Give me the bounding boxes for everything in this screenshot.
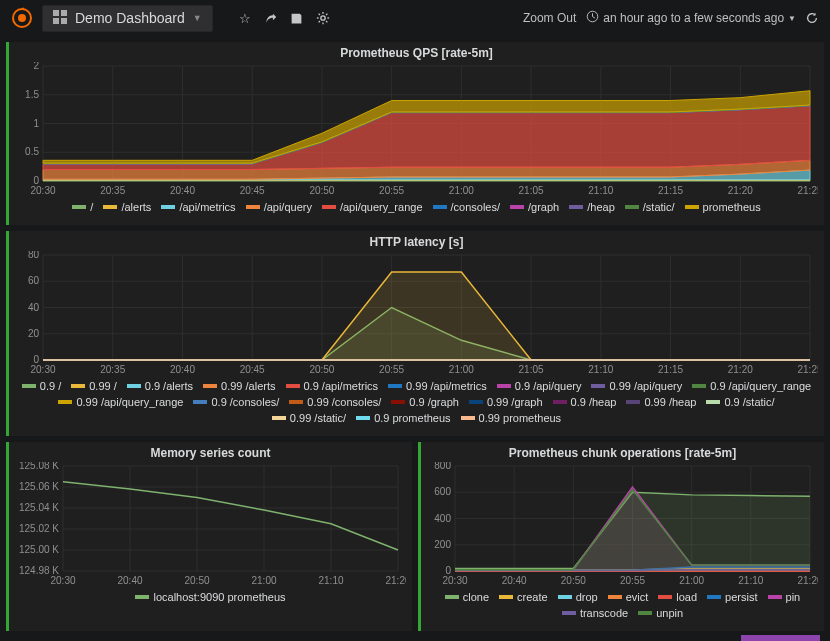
star-icon[interactable]: ☆ [235,8,255,28]
svg-text:20:50: 20:50 [561,575,586,586]
svg-text:21:00: 21:00 [449,185,474,196]
legend-item[interactable]: 0.99 /consoles/ [289,396,381,408]
panel-title: Memory series count [9,442,412,462]
dashboard-picker[interactable]: Demo Dashboard ▼ [42,5,213,32]
legend-item[interactable]: /api/metrics [161,201,235,213]
gear-icon[interactable] [313,8,333,28]
legend-item[interactable]: evict [608,591,649,603]
legend-item[interactable]: /static/ [625,201,675,213]
top-navbar: Demo Dashboard ▼ ☆ Zoom Out an hour ago … [0,0,830,36]
time-range-picker[interactable]: an hour ago to a few seconds ago ▼ [586,10,796,26]
svg-text:20:40: 20:40 [502,575,527,586]
legend-label: 0.9 prometheus [374,412,450,424]
zoom-out-button[interactable]: Zoom Out [523,11,576,25]
svg-text:1.5: 1.5 [25,89,39,100]
legend-item[interactable]: 0.9 prometheus [356,412,450,424]
panel-chunks[interactable]: Prometheus chunk operations [rate-5m] 02… [418,442,824,631]
svg-text:2: 2 [33,62,39,71]
refresh-icon[interactable] [802,8,822,28]
legend-item[interactable]: 0.9 /api/metrics [286,380,379,392]
legend-item[interactable]: prometheus [685,201,761,213]
legend-label: 0.9 /api/metrics [304,380,379,392]
legend-label: 0.99 /heap [644,396,696,408]
legend-item[interactable]: 0.99 /alerts [203,380,275,392]
grafana-logo-icon[interactable] [8,4,36,32]
legend-label: /alerts [121,201,151,213]
legend-label: 0.99 /graph [487,396,543,408]
legend-label: / [90,201,93,213]
legend-item[interactable]: 0.99 /static/ [272,412,346,424]
legend-item[interactable]: /graph [510,201,559,213]
legend-item[interactable]: localhost:9090 prometheus [135,591,285,603]
svg-text:125.02 K: 125.02 K [19,523,59,534]
svg-text:400: 400 [434,513,451,524]
legend-item[interactable]: /api/query [246,201,312,213]
panel-latency[interactable]: HTTP latency [s] 02040608020:3020:3520:4… [6,231,824,436]
legend-item[interactable]: 0.9 /alerts [127,380,193,392]
legend-label: 0.9 / [40,380,61,392]
legend-label: /graph [528,201,559,213]
legend-item[interactable]: unpin [638,607,683,619]
svg-text:21:05: 21:05 [519,364,544,375]
legend-label: /api/query [264,201,312,213]
legend-item[interactable]: /api/query_range [322,201,423,213]
caret-down-icon: ▼ [193,13,202,23]
share-icon[interactable] [261,8,281,28]
svg-text:200: 200 [434,539,451,550]
svg-text:20:35: 20:35 [100,364,125,375]
legend-label: /api/query_range [340,201,423,213]
svg-rect-2 [53,10,59,16]
legend-item[interactable]: 0.99 /heap [626,396,696,408]
legend-item[interactable]: 0.99 prometheus [461,412,562,424]
legend-item[interactable]: 0.9 /graph [391,396,459,408]
legend-item[interactable]: create [499,591,548,603]
svg-text:20:45: 20:45 [240,185,265,196]
legend-qps: //alerts/api/metrics/api/query/api/query… [15,197,818,219]
legend-item[interactable]: 0.9 / [22,380,61,392]
legend-item[interactable]: 0.9 /static/ [706,396,774,408]
legend-item[interactable]: 0.99 /api/query_range [58,396,183,408]
panel-title: Prometheus QPS [rate-5m] [9,42,824,62]
save-icon[interactable] [287,8,307,28]
legend-item[interactable]: 0.9 /api/query [497,380,582,392]
legend-item[interactable]: transcode [562,607,628,619]
svg-text:600: 600 [434,486,451,497]
legend-item[interactable]: 0.9 /consoles/ [193,396,279,408]
panel-qps[interactable]: Prometheus QPS [rate-5m] 00.511.5220:302… [6,42,824,225]
legend-item[interactable]: persist [707,591,757,603]
legend-item[interactable]: /alerts [103,201,151,213]
svg-text:21:05: 21:05 [519,185,544,196]
legend-item[interactable]: pin [768,591,801,603]
legend-item[interactable]: load [658,591,697,603]
legend-item[interactable]: 0.99 /graph [469,396,543,408]
legend-label: 0.99 /static/ [290,412,346,424]
dashboard-name: Demo Dashboard [75,10,185,26]
legend-item[interactable]: 0.99 /api/metrics [388,380,487,392]
svg-text:21:10: 21:10 [738,575,763,586]
legend-item[interactable]: clone [445,591,489,603]
legend-item[interactable]: /heap [569,201,615,213]
legend-label: create [517,591,548,603]
legend-label: 0.99 / [89,380,117,392]
legend-item[interactable]: 0.9 /heap [553,396,617,408]
svg-marker-95 [43,272,810,360]
svg-line-11 [318,14,319,15]
panel-title: HTTP latency [s] [9,231,824,251]
panel-memory[interactable]: Memory series count 124.98 K125.00 K125.… [6,442,412,631]
legend-item[interactable]: drop [558,591,598,603]
legend-label: 0.9 /api/query [515,380,582,392]
legend-label: evict [626,591,649,603]
legend-item[interactable]: 0.99 /api/query [591,380,682,392]
legend-item[interactable]: / [72,201,93,213]
legend-label: 0.99 /consoles/ [307,396,381,408]
legend-item[interactable]: /consoles/ [433,201,501,213]
svg-text:20:50: 20:50 [184,575,209,586]
svg-line-13 [318,21,319,22]
svg-line-12 [326,21,327,22]
legend-item[interactable]: 0.99 / [71,380,117,392]
add-row-button[interactable]: + ADD ROW [741,635,820,641]
chart-memory: 124.98 K125.00 K125.02 K125.04 K125.06 K… [15,462,406,587]
caret-down-icon: ▼ [788,14,796,23]
legend-item[interactable]: 0.9 /api/query_range [692,380,811,392]
svg-text:21:00: 21:00 [251,575,276,586]
